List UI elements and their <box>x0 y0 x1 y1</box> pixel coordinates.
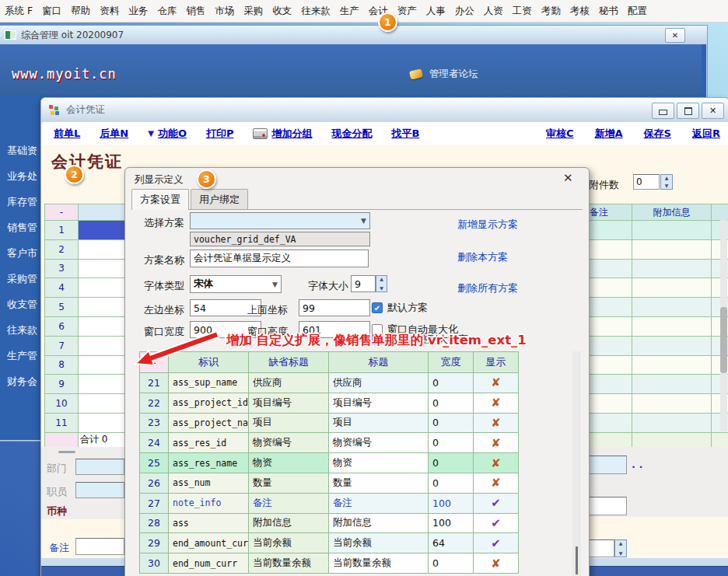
grid-cell[interactable] <box>79 298 126 317</box>
column-header-宽度[interactable]: 宽度 <box>429 352 474 373</box>
table-row-25[interactable]: 25ass_res_name物资物资0✘ <box>140 453 519 473</box>
cell[interactable]: ✘ <box>474 414 519 434</box>
cell[interactable]: ✘ <box>474 393 519 414</box>
dialog-close-icon[interactable]: ✕ <box>563 171 573 185</box>
menu-item-仓库[interactable]: 仓库 <box>152 5 181 18</box>
staff-input[interactable] <box>75 482 124 498</box>
grid-row-right[interactable] <box>588 260 728 279</box>
sidebar-item-收支管[interactable]: 收支管 <box>7 298 37 312</box>
cell[interactable]: ✘ <box>474 433 519 453</box>
voucher-grid-left[interactable]: -1234567891011合计 0 <box>44 204 126 448</box>
menu-item-资料[interactable]: 资料 <box>95 5 124 18</box>
menu-item-办公[interactable]: 办公 <box>450 5 479 18</box>
grid-row[interactable]: 2 <box>45 240 126 260</box>
cell[interactable]: ✔ <box>474 533 519 553</box>
menu-item-采购[interactable]: 采购 <box>239 5 268 18</box>
sidebar-item-业务处[interactable]: 业务处 <box>7 169 37 183</box>
menu-item-生产[interactable]: 生产 <box>335 5 364 18</box>
grid-cell[interactable] <box>79 278 126 298</box>
menu-item-配置[interactable]: 配置 <box>623 5 652 18</box>
grid-cell[interactable] <box>79 394 126 414</box>
dept-input[interactable] <box>75 459 124 475</box>
close-button[interactable]: ✕ <box>702 103 724 119</box>
minimize-button[interactable] <box>652 103 674 119</box>
scheme-name-input[interactable]: 会计凭证单据显示定义 <box>190 250 369 267</box>
column-header-显示[interactable]: 显示 <box>474 352 519 373</box>
table-row-30[interactable]: 30end_num_curr当前数量余额当前数量余额0✘ <box>140 553 519 574</box>
menu-item-工资[interactable]: 工资 <box>508 5 537 18</box>
menu-item-秘书[interactable]: 秘书 <box>594 5 623 18</box>
menu-item-考勤[interactable]: 考勤 <box>537 5 565 18</box>
notification-badge-2[interactable]: 2 <box>65 165 84 184</box>
grid-row[interactable]: 3 <box>45 260 126 279</box>
menu-item-人资[interactable]: 人资 <box>479 5 508 18</box>
link-新增显示方案[interactable]: 新增显示方案 <box>457 218 518 232</box>
grid-row-right[interactable] <box>588 221 728 240</box>
grid-row-right[interactable] <box>588 337 728 356</box>
right-form-stepper[interactable]: ▲▼ <box>614 539 627 557</box>
toolbar-保存S[interactable]: 保存S <box>644 127 671 141</box>
column-header-缺省标题[interactable]: 缺省标题 <box>249 352 329 373</box>
grid-row-right[interactable] <box>588 394 728 414</box>
grid-row-right[interactable] <box>588 298 728 317</box>
sidebar-item-客户市[interactable]: 客户市 <box>7 246 37 260</box>
toolbar-功能O[interactable]: ▼功能O <box>148 127 187 141</box>
main-window-close-button[interactable]: ✕ <box>665 28 685 43</box>
toolbar-现金分配[interactable]: 现金分配 <box>331 127 372 141</box>
toolbar-增加分组[interactable]: 增加分组 <box>253 127 312 141</box>
tab-用户绑定[interactable]: 用户绑定 <box>191 189 248 209</box>
select-scheme-combo[interactable]: ▼ <box>190 212 370 229</box>
sidebar-item-财务会[interactable]: 财务会 <box>7 375 37 389</box>
sidebar-item-往来款[interactable]: 往来款 <box>7 323 37 337</box>
column-header-标题[interactable]: 标题 <box>329 352 429 373</box>
cell[interactable]: ✘ <box>474 473 519 494</box>
note-input[interactable] <box>75 538 124 555</box>
grid-row-right[interactable] <box>588 317 728 337</box>
browse-dots[interactable]: . . <box>632 459 642 470</box>
table-row-26[interactable]: 26ass_num数量数量0✘ <box>140 473 519 494</box>
font-size-input[interactable]: 9 <box>351 275 376 292</box>
toolbar-新增A[interactable]: 新增A <box>595 127 623 141</box>
dialog-scrollbar-track[interactable] <box>572 351 581 576</box>
table-row-29[interactable]: 29end_amount_curr当前余额当前余额64✔ <box>140 533 519 553</box>
menu-item-资产[interactable]: 资产 <box>393 5 422 18</box>
checkbox-box[interactable]: ✔ <box>372 302 383 313</box>
menu-item-系统 F[interactable]: 系统 F <box>0 5 37 18</box>
table-row-27[interactable]: 27note_info备注备注100✔ <box>140 494 519 514</box>
menu-item-业务[interactable]: 业务 <box>124 5 152 18</box>
grid-cell[interactable] <box>79 337 126 356</box>
window-scrollbar-thumb[interactable] <box>720 307 727 373</box>
cell[interactable]: ✔ <box>474 514 519 534</box>
sidebar-item-销售管[interactable]: 销售管 <box>7 221 37 235</box>
table-row-22[interactable]: 22ass_project_id项目编号项目编号0✘ <box>140 393 519 414</box>
toolbar-返回R[interactable]: 返回R <box>692 127 720 141</box>
column-definition-table[interactable]: -标识缺省标题标题宽度显示21ass_sup_name供应商供应商0✘22ass… <box>139 351 519 574</box>
grid-row-right[interactable] <box>588 375 728 394</box>
table-row-23[interactable]: 23ass_project_name项目项目0✘ <box>140 414 519 434</box>
maximize-button[interactable] <box>677 103 699 119</box>
menu-item-窗口[interactable]: 窗口 <box>37 5 66 18</box>
toolbar-找平B[interactable]: 找平B <box>391 127 419 141</box>
dialog-scrollbar-thumb[interactable] <box>576 546 578 574</box>
grid-row[interactable]: 7 <box>45 337 126 356</box>
forum-link[interactable]: 管理者论坛 <box>410 68 478 81</box>
grid-row-right[interactable] <box>588 240 728 260</box>
grid-cell[interactable] <box>79 414 126 433</box>
grid-cell[interactable] <box>79 317 126 337</box>
table-row-24[interactable]: 24ass_res_id物资编号物资编号0✘ <box>140 433 519 453</box>
sidebar-item-库存管[interactable]: 库存管 <box>7 195 37 209</box>
menu-item-考核[interactable]: 考核 <box>565 5 594 18</box>
top-coord-input[interactable]: 99 <box>299 299 370 316</box>
sidebar-item-生产管[interactable]: 生产管 <box>7 349 37 363</box>
tab-方案设置[interactable]: 方案设置 <box>131 189 189 210</box>
grid-cell[interactable] <box>79 356 126 375</box>
grid-row[interactable]: 6 <box>45 317 126 337</box>
splitter-handle[interactable] <box>58 451 75 453</box>
cell[interactable]: ✘ <box>474 373 519 393</box>
sidebar-item-基础资[interactable]: 基础资 <box>7 144 37 158</box>
menu-item-市场[interactable]: 市场 <box>210 5 239 18</box>
printer-icon[interactable] <box>253 128 268 139</box>
table-row-21[interactable]: 21ass_sup_name供应商供应商0✘ <box>140 373 519 393</box>
attachment-count-stepper[interactable]: ▲▼ <box>660 174 673 190</box>
grid-cell[interactable] <box>79 221 126 240</box>
